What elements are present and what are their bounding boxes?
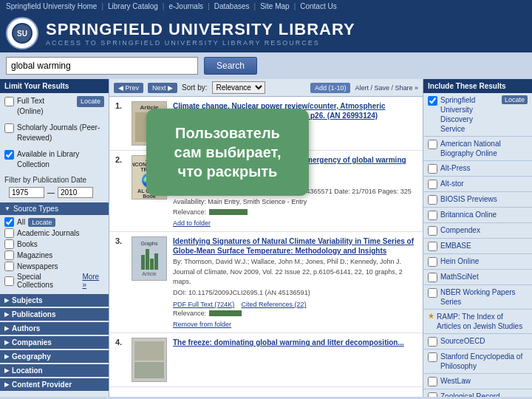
right-item-embase: EMBASE xyxy=(423,239,532,254)
fulltext-checkbox[interactable] xyxy=(4,97,14,106)
site-header: SU Springfield University Library Access… xyxy=(0,13,532,52)
tooltip-text: Пользователь сам выбирает, что раскрыть xyxy=(174,125,282,180)
anbo-checkbox[interactable] xyxy=(428,140,437,149)
site-title-block: Springfield University Library Access to… xyxy=(46,20,355,47)
topnav-link-ejournals[interactable]: e-Journals xyxy=(168,2,203,10)
result-body-4: The freeze: dominating global warming an… xyxy=(173,338,417,382)
source-types-toggle[interactable]: ▼ Source Types xyxy=(0,202,109,215)
sidebar-item-content-provider[interactable]: ▶Content Provider xyxy=(0,378,109,391)
sidebar-item-location[interactable]: ▶Location xyxy=(0,364,109,377)
cited-link-3[interactable]: Cited References (22) xyxy=(241,301,306,308)
next-button[interactable]: Next ▶ xyxy=(148,83,177,93)
relevance-fill-3 xyxy=(209,310,242,316)
alert-save-link[interactable]: Alert / Save / Share » xyxy=(355,84,418,92)
britannica-checkbox[interactable] xyxy=(428,211,437,220)
search-input[interactable] xyxy=(6,57,198,75)
zoological-checkbox[interactable] xyxy=(428,392,437,397)
sidebar-item-authors[interactable]: ▶Authors xyxy=(0,322,109,335)
date-to-input[interactable] xyxy=(58,187,93,198)
date-label: Filter by Publication Date xyxy=(4,176,104,184)
site-subtitle: Access to Springfield University Library… xyxy=(46,39,355,47)
main-content: Limit Your Results Full Text (Online) Lo… xyxy=(0,79,532,397)
source-locate-btn[interactable]: Locate xyxy=(28,218,55,227)
top-navigation: Springfield University Home | Library Ca… xyxy=(0,0,532,13)
filter-fulltext: Full Text (Online) Locate xyxy=(0,93,109,120)
sourceoecd-checkbox[interactable] xyxy=(428,337,437,347)
result-journal-3: Journal of Climate, Nov 2009, Vol. 22 Is… xyxy=(173,267,417,286)
logo-svg: SU xyxy=(10,21,34,45)
source-books-checkbox[interactable] xyxy=(4,239,14,249)
altpress-checkbox[interactable] xyxy=(428,164,437,174)
result-thumb-3: Graphs Article xyxy=(132,236,167,281)
topnav-link-home[interactable]: Springfield University Home xyxy=(6,2,97,10)
biosis-checkbox[interactable] xyxy=(428,195,437,205)
result-num-3: 3. xyxy=(115,236,126,328)
university-logo: SU xyxy=(6,17,38,50)
sidebar-item-publications[interactable]: ▶Publications xyxy=(0,308,109,321)
right-item-springfield: Springfield University Discovery Service… xyxy=(423,93,532,137)
pdf-link-3[interactable]: PDF Full Text (724K) xyxy=(173,301,234,308)
sidebar-item-companies[interactable]: ▶Companies xyxy=(0,336,109,349)
relevance-bar-3: Relevance: xyxy=(173,310,417,317)
result-num-2: 2. xyxy=(115,155,126,227)
source-special-checkbox[interactable] xyxy=(4,276,14,286)
filter-available: Available in Library Collection xyxy=(0,146,109,173)
scholarly-checkbox[interactable] xyxy=(4,123,14,133)
right-sidebar-heading: Include These Results xyxy=(423,79,532,93)
date-from-input[interactable] xyxy=(9,187,44,198)
embase-checkbox[interactable] xyxy=(428,242,437,251)
right-item-altstor: Alt-stor xyxy=(423,177,532,192)
source-types-content: All Locate Academic Journals Books Magaz… xyxy=(0,215,109,293)
sort-label: Sort by: xyxy=(182,83,207,92)
ramp-link[interactable]: RAMP: The Index of Articles on Jewish St… xyxy=(437,312,528,331)
sidebar-item-subjects[interactable]: ▶Subjects xyxy=(0,294,109,307)
topnav-link-databases[interactable]: Databases xyxy=(214,2,250,10)
prev-button[interactable]: ◀ Prev xyxy=(114,83,143,93)
sidebar-item-geography[interactable]: ▶Geography xyxy=(0,350,109,363)
search-button[interactable]: Search xyxy=(204,57,257,75)
add-to-folder-link-2[interactable]: Add to folder xyxy=(173,219,211,227)
topnav-link-sitemap[interactable]: Site Map xyxy=(260,2,289,10)
result-actions-3: PDF Full Text (724K) Cited References (2… xyxy=(173,299,417,308)
mathscinet-checkbox[interactable] xyxy=(428,273,437,282)
stanford-checkbox[interactable] xyxy=(428,352,437,362)
available-checkbox[interactable] xyxy=(4,150,14,160)
remove-folder-link-3[interactable]: Remove from folder xyxy=(173,321,231,328)
right-item-westlaw: WestLaw xyxy=(423,374,532,389)
relevance-fill-2 xyxy=(209,209,248,215)
filter-date: Filter by Publication Date — xyxy=(0,173,109,202)
topnav-link-contact[interactable]: Contact Us xyxy=(300,2,336,10)
springfield-checkbox[interactable] xyxy=(428,96,437,106)
triangle-icon: ▶ xyxy=(4,339,9,346)
right-item-nber: NBER Working Papers Series xyxy=(423,285,532,310)
right-item-sourceoecd: SourceOECD xyxy=(423,334,532,349)
springfield-locate-btn[interactable]: Locate xyxy=(502,95,528,104)
svg-text:SU: SU xyxy=(17,30,27,38)
source-magazines-checkbox[interactable] xyxy=(4,250,14,260)
right-item-anbo: American National Biography Online xyxy=(423,137,532,161)
result-num-4: 4. xyxy=(115,338,126,382)
add-button[interactable]: Add (1-10) xyxy=(310,83,351,93)
source-newspapers-checkbox[interactable] xyxy=(4,262,14,271)
topnav-link-catalog[interactable]: Library Catalog xyxy=(108,2,158,10)
triangle-icon: ▼ xyxy=(4,205,10,212)
hein-checkbox[interactable] xyxy=(428,257,437,267)
sort-select[interactable]: Relevance Date Author xyxy=(212,81,265,94)
result-availability-2: Availability: Main Entry, Smith Science … xyxy=(173,197,417,207)
sidebar-heading: Limit Your Results xyxy=(0,79,109,93)
result-title-4[interactable]: The freeze: dominating global warming an… xyxy=(173,338,417,347)
fulltext-locate-btn[interactable]: Locate xyxy=(77,96,104,107)
left-sidebar: Limit Your Results Full Text (Online) Lo… xyxy=(0,79,109,397)
altstor-checkbox[interactable] xyxy=(428,180,437,189)
westlaw-checkbox[interactable] xyxy=(428,377,437,386)
result-actions-2: Add to folder xyxy=(173,218,417,227)
more-link[interactable]: More » xyxy=(82,273,104,289)
nber-checkbox[interactable] xyxy=(428,288,437,298)
right-item-mathscinet: MathSciNet xyxy=(423,270,532,285)
search-bar: Search xyxy=(0,52,532,79)
source-academic-checkbox[interactable] xyxy=(4,228,14,238)
right-item-biosis: BIOSIS Previews xyxy=(423,192,532,208)
compendex-checkbox[interactable] xyxy=(428,226,437,236)
result-title-3[interactable]: Identifying Signatures of Natural Climat… xyxy=(173,236,417,256)
source-all-checkbox[interactable] xyxy=(4,217,14,227)
